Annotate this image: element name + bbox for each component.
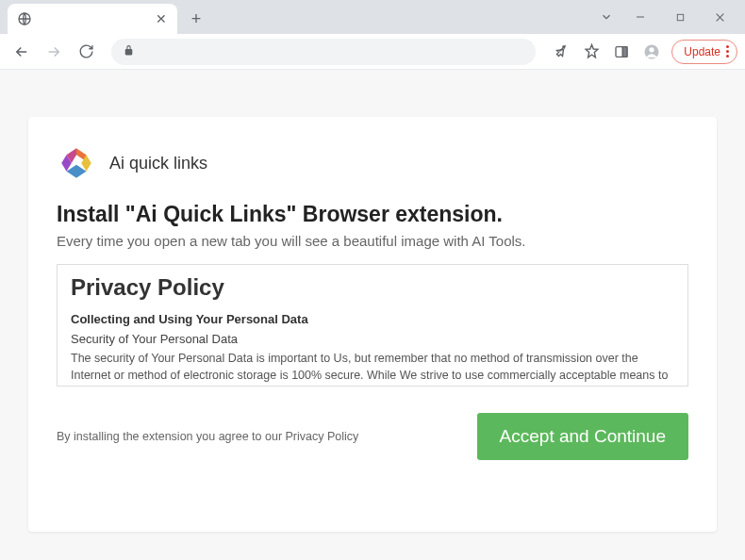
browser-chrome: ✕ + — [0, 0, 745, 70]
browser-toolbar: Update — [0, 34, 745, 70]
accept-continue-button[interactable]: Accept and Continue — [477, 413, 688, 460]
share-icon[interactable] — [547, 38, 575, 66]
forward-button[interactable] — [40, 38, 68, 66]
policy-title: Privacy Policy — [71, 274, 674, 301]
chevron-down-icon[interactable] — [592, 10, 621, 24]
policy-body: The security of Your Personal Data is im… — [71, 351, 674, 387]
maximize-button[interactable] — [660, 3, 700, 31]
tab-strip: ✕ + — [0, 0, 745, 34]
footer-row: By installing the extension you agree to… — [57, 413, 688, 460]
disclaimer-text: By installing the extension you agree to… — [57, 430, 358, 443]
svg-point-9 — [650, 47, 654, 52]
reload-button[interactable] — [72, 38, 100, 66]
lock-icon — [123, 44, 135, 59]
toolbar-right: Update — [547, 38, 737, 66]
minimize-button[interactable] — [621, 3, 660, 31]
menu-dots-icon — [726, 45, 729, 58]
window-controls — [592, 0, 739, 34]
logo-text: Ai quick links — [109, 154, 207, 173]
back-button[interactable] — [8, 38, 36, 66]
install-subheading: Every time you open a new tab you will s… — [57, 233, 688, 249]
page-content: Ai quick links Install "Ai Quick Links" … — [0, 70, 745, 560]
policy-subsection: Security of Your Personal Data — [71, 332, 674, 346]
install-card: Ai quick links Install "Ai Quick Links" … — [28, 117, 717, 532]
profile-icon[interactable] — [637, 38, 666, 66]
policy-section: Collecting and Using Your Personal Data — [71, 312, 674, 326]
install-heading: Install "Ai Quick Links" Browser extensi… — [57, 202, 688, 227]
close-button[interactable] — [700, 3, 739, 31]
globe-icon — [17, 11, 32, 26]
close-icon[interactable]: ✕ — [155, 12, 168, 25]
svg-rect-2 — [677, 14, 683, 20]
svg-rect-7 — [623, 46, 628, 57]
browser-tab[interactable]: ✕ — [8, 4, 177, 34]
app-logo-icon — [57, 143, 96, 183]
side-panel-icon[interactable] — [607, 38, 636, 66]
update-button[interactable]: Update — [671, 40, 737, 64]
privacy-policy-box[interactable]: Privacy Policy Collecting and Using Your… — [57, 264, 688, 387]
logo-row: Ai quick links — [57, 143, 688, 183]
new-tab-button[interactable]: + — [183, 6, 209, 32]
bookmark-icon[interactable] — [577, 38, 605, 66]
update-label: Update — [684, 45, 720, 58]
address-bar[interactable] — [111, 39, 536, 65]
